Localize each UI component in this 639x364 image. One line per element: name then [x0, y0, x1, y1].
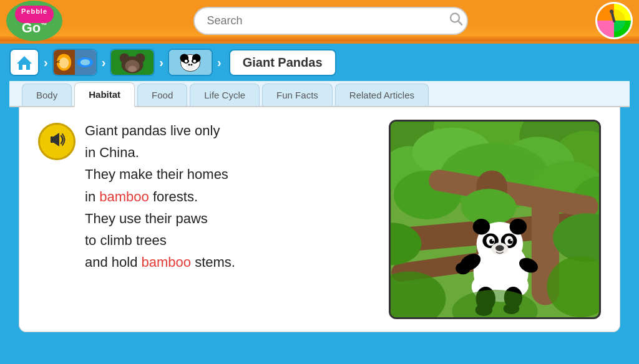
- svg-point-11: [59, 57, 69, 68]
- panda-tree-illustration: [391, 122, 599, 317]
- svg-point-30: [185, 63, 195, 70]
- search-icon: [449, 12, 463, 26]
- content-area: Giant pandas live only in China. They ma…: [19, 107, 620, 332]
- breadcrumb-thumb-3[interactable]: [168, 49, 213, 76]
- image-section: [389, 120, 601, 319]
- svg-point-31: [188, 64, 190, 65]
- breadcrumb-thumb-2[interactable]: [110, 49, 155, 76]
- tabs-bar: Body Habitat Food Life Cycle Fun Facts R…: [9, 81, 630, 107]
- bamboo-link-2[interactable]: bamboo: [142, 254, 192, 270]
- home-button[interactable]: [9, 49, 39, 76]
- audio-button[interactable]: [38, 123, 76, 160]
- tab-food[interactable]: Food: [137, 84, 187, 106]
- svg-point-76: [495, 245, 504, 251]
- random-button[interactable]: [595, 2, 633, 39]
- thumb-3-image: [169, 49, 212, 75]
- logo: Pebble Go™: [6, 1, 62, 41]
- svg-point-15: [80, 59, 90, 65]
- search-bar: [193, 7, 468, 35]
- header: Pebble Go™: [0, 0, 639, 44]
- thumb-2-image: [111, 49, 154, 75]
- breadcrumb-thumb-1[interactable]: [52, 49, 97, 76]
- speaker-icon: [47, 130, 67, 154]
- svg-point-73: [473, 219, 490, 235]
- text-section: Giant pandas live only in China. They ma…: [38, 120, 370, 319]
- svg-line-1: [458, 21, 462, 25]
- svg-point-72: [510, 239, 512, 241]
- breadcrumb-arrow-1: ›: [44, 55, 48, 70]
- svg-point-21: [129, 66, 137, 72]
- panda-image: [389, 120, 601, 319]
- random-icon: [602, 8, 627, 33]
- page-title: Giant Pandas: [229, 49, 336, 76]
- breadcrumb-bar: › ›: [0, 44, 639, 81]
- tab-related-articles[interactable]: Related Articles: [335, 84, 429, 106]
- svg-point-53: [461, 189, 516, 226]
- svg-point-58: [456, 262, 471, 275]
- tab-body[interactable]: Body: [22, 84, 72, 106]
- tab-fun-facts[interactable]: Fun Facts: [262, 84, 333, 106]
- search-button[interactable]: [449, 12, 463, 29]
- search-input[interactable]: [193, 7, 468, 35]
- article-text: Giant pandas live only in China. They ma…: [85, 120, 235, 319]
- bamboo-link-1[interactable]: bamboo: [99, 189, 149, 204]
- svg-point-28: [185, 60, 188, 63]
- home-icon: [16, 54, 33, 71]
- breadcrumb-arrow-3: ›: [159, 55, 163, 70]
- svg-point-74: [510, 219, 527, 235]
- tab-life-cycle[interactable]: Life Cycle: [190, 84, 260, 106]
- logo-background: Pebble Go™: [6, 1, 62, 41]
- svg-point-29: [193, 60, 196, 63]
- tabs-content-wrapper: Body Habitat Food Life Cycle Fun Facts R…: [9, 81, 630, 332]
- svg-marker-33: [51, 133, 59, 146]
- tab-habitat[interactable]: Habitat: [74, 82, 135, 107]
- svg-marker-5: [17, 56, 32, 70]
- svg-point-32: [191, 64, 193, 65]
- svg-point-71: [492, 239, 494, 241]
- logo-go-text: Go™: [22, 20, 47, 36]
- breadcrumb-arrow-2: ›: [102, 55, 106, 70]
- breadcrumb-arrow-4: ›: [217, 55, 222, 70]
- thumb-1-image: [54, 49, 96, 75]
